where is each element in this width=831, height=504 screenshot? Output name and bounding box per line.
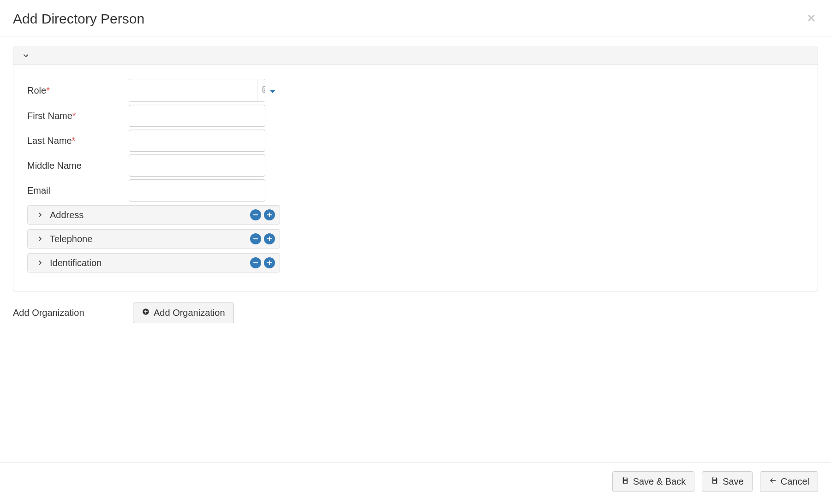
sub-panel-title: Telephone [50, 234, 92, 244]
person-panel: Role* [13, 47, 818, 291]
sub-panel-actions [250, 257, 275, 268]
svg-rect-18 [624, 481, 627, 483]
row-last-name: Last Name* [27, 130, 804, 152]
chevron-right-icon [36, 211, 44, 219]
sub-panel-title: Identification [50, 258, 102, 268]
close-button[interactable]: × [804, 11, 818, 25]
label-middle-name-text: Middle Name [27, 160, 82, 171]
row-email: Email [27, 179, 804, 202]
row-role: Role* [27, 79, 804, 102]
role-lookup-button[interactable] [257, 79, 265, 101]
label-role: Role* [27, 81, 129, 101]
panel-header-toggle[interactable] [13, 47, 818, 65]
add-organization-label: Add Organization [13, 308, 133, 318]
minus-icon [253, 236, 258, 242]
save-icon [711, 476, 719, 487]
chevron-down-icon [22, 52, 30, 60]
save-label: Save [723, 476, 744, 487]
label-first-name: First Name* [27, 106, 129, 126]
caret-down-icon [270, 85, 275, 96]
panel-body: Role* [13, 65, 818, 291]
svg-rect-17 [624, 477, 627, 480]
plus-icon [267, 236, 272, 242]
required-asterisk: * [72, 136, 76, 146]
save-and-back-label: Save & Back [633, 476, 686, 487]
modal-add-directory-person: Add Directory Person × Role* [0, 0, 831, 504]
sub-panel-actions [250, 233, 275, 244]
cancel-button[interactable]: Cancel [760, 471, 818, 492]
plus-icon [267, 260, 272, 266]
sub-panel-address: Address [27, 205, 280, 225]
save-and-back-button[interactable]: Save & Back [612, 471, 695, 492]
chevron-right-icon [36, 235, 44, 243]
svg-rect-13 [267, 262, 272, 263]
label-role-text: Role [27, 85, 46, 95]
add-organization-row: Add Organization Add Organization [13, 302, 818, 323]
add-organization-button[interactable]: Add Organization [133, 302, 234, 323]
sub-panel-toggle-address[interactable]: Address [36, 210, 84, 220]
add-organization-button-label: Add Organization [154, 308, 225, 318]
sub-panel-title: Address [50, 210, 84, 220]
label-email: Email [27, 181, 129, 201]
label-last-name-text: Last Name [27, 136, 72, 146]
save-button[interactable]: Save [702, 471, 753, 492]
label-first-name-text: First Name [27, 111, 72, 121]
first-name-input[interactable] [129, 105, 265, 127]
svg-point-1 [264, 88, 265, 90]
save-icon [621, 476, 629, 487]
cancel-label: Cancel [781, 476, 809, 487]
svg-rect-11 [253, 262, 258, 263]
modal-body: Role* [0, 36, 831, 462]
svg-rect-5 [253, 214, 258, 215]
last-name-input[interactable] [129, 130, 265, 152]
id-card-icon [262, 85, 265, 96]
remove-telephone-button[interactable] [250, 233, 261, 244]
row-middle-name: Middle Name [27, 154, 804, 177]
sub-panel-toggle-telephone[interactable]: Telephone [36, 234, 92, 244]
sub-panel-toggle-identification[interactable]: Identification [36, 258, 102, 268]
add-telephone-button[interactable] [264, 233, 275, 244]
remove-address-button[interactable] [250, 209, 261, 220]
middle-name-input[interactable] [129, 154, 265, 177]
svg-rect-16 [145, 310, 146, 314]
minus-icon [253, 260, 258, 266]
svg-rect-10 [267, 238, 272, 239]
sub-panel-header: Identification [28, 254, 280, 272]
minus-icon [253, 212, 258, 218]
row-first-name: First Name* [27, 105, 804, 127]
sub-panel-telephone: Telephone [27, 229, 280, 249]
sub-panel-identification: Identification [27, 253, 280, 273]
plus-icon [267, 212, 272, 218]
modal-header: Add Directory Person × [0, 0, 831, 36]
email-input[interactable] [129, 179, 265, 202]
svg-marker-4 [270, 90, 275, 93]
svg-rect-20 [713, 481, 716, 483]
remove-identification-button[interactable] [250, 257, 261, 268]
role-input-wrap [129, 79, 275, 102]
svg-rect-19 [713, 477, 716, 480]
arrow-left-icon [769, 476, 777, 487]
modal-title: Add Directory Person [13, 11, 144, 27]
required-asterisk: * [72, 111, 76, 121]
sub-panel-actions [250, 209, 275, 220]
sub-panel-header: Telephone [28, 230, 280, 248]
role-dropdown-toggle[interactable] [270, 85, 275, 96]
add-identification-button[interactable] [264, 257, 275, 268]
label-email-text: Email [27, 185, 50, 196]
role-input-group [129, 79, 265, 102]
add-address-button[interactable] [264, 209, 275, 220]
role-input[interactable] [129, 79, 257, 101]
sub-panel-header: Address [28, 206, 280, 224]
svg-rect-8 [253, 238, 258, 239]
close-icon: × [807, 10, 815, 25]
label-last-name: Last Name* [27, 131, 129, 151]
chevron-right-icon [36, 259, 44, 267]
modal-footer: Save & Back Save Cancel [0, 462, 831, 504]
svg-rect-7 [267, 214, 272, 215]
label-middle-name: Middle Name [27, 156, 129, 176]
required-asterisk: * [46, 85, 50, 95]
plus-circle-icon [142, 308, 150, 318]
